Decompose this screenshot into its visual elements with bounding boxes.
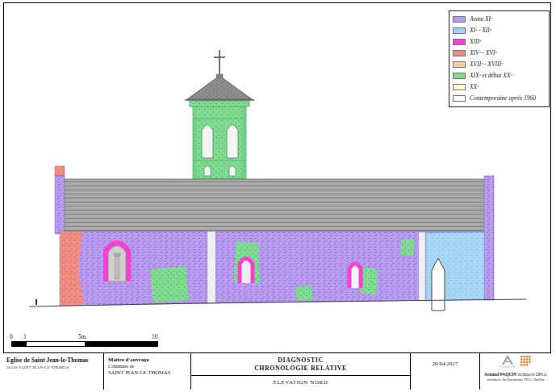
legend-swatch [453,39,466,45]
scale-bar-graphic [11,341,158,347]
scale-label-0: 0 [10,334,13,340]
legend-item-xviie-xviiie: XVIIᵉ - XVIIIᵉ [453,59,546,70]
tower-cross [214,50,225,77]
legend-item-xiiie: XIIIᵉ [453,36,546,48]
legend-label: XIIIᵉ [470,39,481,45]
logo-text: PAQUIN [500,366,516,369]
buttress-strip-right [419,232,425,301]
legend-swatch [453,50,466,56]
wall-window-right [349,264,361,288]
drawing-date: 20/04/2017 [433,361,458,390]
architect-line2: architecte du Patrimoine DSA Chaillot [487,377,545,382]
wall-window-center [240,259,253,284]
scale-bar: 0 1 5m 10 [10,334,179,348]
titleblock-project-cell: Eglise de Saint Jean-le-Thomas 50530 SAI… [3,353,104,390]
logo-a-icon [501,355,514,365]
belfry-window-right [227,125,238,159]
legend-swatch [453,61,466,68]
doc-subtitle: ELEVATION NORD [274,379,328,386]
project-address: 50530 SAINT JEAN-LE-THOMAS [6,365,100,369]
project-name: Eglise de Saint Jean-le-Thomas [6,357,100,364]
legend-item-avant-xie: Avant XIᵉ [453,14,546,25]
logo-grid-icon [520,355,532,367]
architect-name: Arnaud PAQUIN architecte DPLG [484,372,547,377]
owner-title: Maître d'ouvrage [108,357,186,362]
legend-swatch [453,95,466,102]
title-block: Eglise de Saint Jean-le-Thomas 50530 SAI… [3,352,551,390]
legend-swatch [453,73,466,79]
wall-window-left [106,243,128,281]
legend-label: XVIIᵉ - XVIIIᵉ [470,61,503,68]
owner-line1: Commune de [108,364,186,369]
doc-title-divider [191,375,410,376]
wall-patch-green-1 [150,266,189,302]
chronology-legend: Avant XIᵉ XIᵉ - XIIᵉ XIIIᵉ XIVᵉ - XVIᵉ X… [449,10,550,107]
titleblock-doc-cell: DIAGNOSTIC CHRONOLOGIE RELATIVE ELEVATIO… [191,353,411,390]
doc-title-line1: DIAGNOSTIC [278,357,323,364]
architect-name-bold: Arnaud PAQUIN [484,372,516,377]
owner-line2: SAINT JEAN-LE-THOMAS [108,369,186,375]
tower-slit-right [229,166,236,177]
paquin-logo: PAQUIN [500,355,532,371]
architect-suffix: architecte DPLG [516,372,547,377]
legend-label: Contemporaine après 1960 [470,95,536,102]
tower-slit-left [204,166,211,177]
legend-item-xive-xvie: XIVᵉ - XVIᵉ [453,48,546,59]
legend-label: XIXᵉ et début XXᵉ [470,73,512,79]
legend-swatch [453,16,466,23]
right-gable-strip [484,176,494,300]
legend-item-xie-xiie: XIᵉ - XIIᵉ [453,25,546,36]
ground-mark [36,299,37,305]
legend-label: XXᵉ [470,84,479,90]
legend-swatch [453,84,466,90]
tower-roof [185,76,254,106]
doc-title-line2: CHRONOLOGIE RELATIVE [254,365,347,372]
left-gable-cap [55,166,65,176]
legend-label: Avant XIᵉ [470,16,492,23]
buttress-strip-center [207,231,215,303]
monument-obelisk [432,258,445,311]
titleblock-architect-cell: PAQUIN Arnaud PAQUIN architecte DPLG arc… [480,353,551,390]
left-gable-strip [55,176,65,234]
wall-patch-green-3 [295,285,313,301]
legend-label: XIᵉ - XIIᵉ [470,27,491,34]
wall-patch-green-5 [400,239,415,256]
legend-swatch [453,27,466,34]
legend-item-xxe: XXᵉ [453,81,546,93]
scale-label-1: 1 [23,334,27,340]
scale-label-10: 10 [152,334,158,340]
logo-a-mark: PAQUIN [500,355,516,369]
belfry-window-left [202,125,213,159]
titleblock-date-cell: 20/04/2017 [411,353,480,390]
drawing-sheet: Avant XIᵉ XIᵉ - XIIᵉ XIIIᵉ XIVᵉ - XVIᵉ X… [0,0,556,392]
scale-label-5m: 5m [78,334,86,340]
nave-wall [60,231,484,311]
legend-label: XIVᵉ - XVIᵉ [470,50,497,56]
titleblock-owner-cell: Maître d'ouvrage Commune de SAINT JEAN-L… [104,353,191,390]
legend-item-xixe-xxe: XIXᵉ et début XXᵉ [453,70,546,81]
legend-item-contemporaine: Contemporaine après 1960 [453,93,546,104]
